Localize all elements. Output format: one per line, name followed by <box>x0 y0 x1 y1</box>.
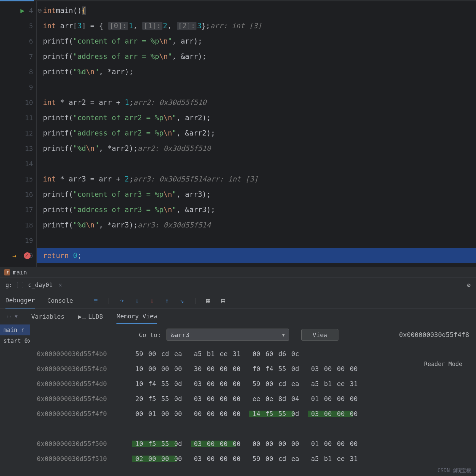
breadcrumb-fn: main <box>13 269 27 276</box>
goto-dropdown-icon[interactable]: ▾ <box>278 331 289 338</box>
tab-variables[interactable]: Variables <box>31 310 65 323</box>
function-icon: f <box>4 269 10 275</box>
memory-row[interactable] <box>37 421 469 436</box>
line-11[interactable]: 11 <box>0 110 36 125</box>
line-10[interactable]: 10 <box>0 95 36 110</box>
memory-panel: Go to: ▾ View 0x000000030d55f4f8 Reader … <box>30 324 476 476</box>
fold-icon[interactable]: ⊖ <box>37 6 42 15</box>
tool-window-header: g: c_day01 × ⚙ <box>0 277 476 292</box>
trace-icon[interactable]: ▤ <box>219 297 227 304</box>
line-14[interactable]: 14 <box>0 156 36 171</box>
run-icon[interactable]: ▶ <box>20 6 25 15</box>
tab-debugger[interactable]: Debugger <box>5 292 35 308</box>
line-9[interactable]: 9 <box>0 79 36 95</box>
tab-console[interactable]: Console <box>47 293 73 308</box>
code-editor: ▶4 5 6 7 8 9 10 11 12 13 14 15 16 17 18 … <box>0 1 476 267</box>
memory-row[interactable]: 0x000000030d55f4e020f5550d03000000ee0e8d… <box>37 391 469 406</box>
memory-row[interactable]: 0x000000030d55f4b05900cdeaa5b1ee310060d6… <box>37 346 469 361</box>
frame-start[interactable]: start 0x <box>0 335 30 346</box>
line-7[interactable]: 7 <box>0 49 36 64</box>
debugger-sub-tabs: ›› ▼ Variables ▶⎵LLDB Memory View <box>0 309 476 324</box>
view-button[interactable]: View <box>301 329 338 341</box>
evaluate-icon[interactable]: ▦ <box>204 297 212 304</box>
step-out-icon[interactable]: ↑ <box>163 297 171 304</box>
memory-grid[interactable]: Reader Mode 0x000000030d55f4b05900cdeaa5… <box>37 344 469 466</box>
run-to-cursor-icon[interactable]: ↘ <box>178 297 186 304</box>
debug-tool-window: g: c_day01 × ⚙ Debugger Console ≡ | ↷ ↓ … <box>0 277 476 476</box>
console-icon: ▶⎵ <box>78 313 85 320</box>
memory-row[interactable]: 0x000000030d55f4d010f4550d030000005900cd… <box>37 376 469 391</box>
frames-panel: main r start 0x <box>0 324 30 476</box>
line-17[interactable]: 17 <box>0 202 36 217</box>
threads-icon[interactable]: ≡ <box>92 297 100 304</box>
cursor-address: 0x000000030d55f4f8 <box>399 331 469 338</box>
line-4[interactable]: ▶4 <box>0 3 36 18</box>
frame-main[interactable]: main r <box>0 324 30 335</box>
breakpoint-icon[interactable] <box>24 252 31 259</box>
expand-icon[interactable]: ›› ▼ <box>6 314 18 319</box>
goto-input-wrapper: ▾ <box>166 329 289 341</box>
code[interactable]: ⊖int main() { int arr[3] = { [0]: 1, [1]… <box>37 1 476 267</box>
line-5[interactable]: 5 <box>0 18 36 33</box>
reader-mode-label[interactable]: Reader Mode <box>424 361 462 367</box>
debugger-tabs: Debugger Console ≡ | ↷ ↓ ↓ ↑ ↘ | ▦ ▤ <box>0 292 476 309</box>
line-20[interactable]: →20 <box>0 248 36 263</box>
line-13[interactable]: 13 <box>0 141 36 156</box>
memory-row[interactable]: 0x000000030d55f50010f5550d03000000000000… <box>37 436 469 451</box>
run-config-name[interactable]: c_day01 <box>28 282 52 288</box>
close-tab-icon[interactable]: × <box>59 282 62 288</box>
line-6[interactable]: 6 <box>0 33 36 49</box>
goto-input[interactable] <box>167 331 278 338</box>
line-16[interactable]: 16 <box>0 187 36 202</box>
line-12[interactable]: 12 <box>0 125 36 141</box>
step-over-icon[interactable]: ↷ <box>118 297 126 304</box>
settings-icon[interactable]: ⚙ <box>467 282 471 288</box>
memory-row[interactable]: 0x000000030d55f4f0000100000000000014f555… <box>37 406 469 421</box>
tab-memory-view[interactable]: Memory View <box>116 309 157 324</box>
line-19[interactable]: 19 <box>0 233 36 248</box>
tab-lldb[interactable]: ▶⎵LLDB <box>78 310 103 323</box>
memory-row[interactable]: 0x000000030d55f4c01000000030000000f0f455… <box>37 361 469 376</box>
line-18[interactable]: 18 <box>0 217 36 233</box>
breadcrumb[interactable]: f main <box>0 267 476 277</box>
memory-row[interactable]: 0x000000030d55f51002000000030000005900cd… <box>37 451 469 466</box>
step-into-icon[interactable]: ↓ <box>133 297 141 304</box>
run-config-icon <box>17 282 23 288</box>
line-8[interactable]: 8 <box>0 64 36 79</box>
goto-label: Go to: <box>139 331 161 338</box>
force-step-into-icon[interactable]: ↓ <box>148 297 156 304</box>
execution-arrow-icon: → <box>12 252 16 260</box>
gutter: ▶4 5 6 7 8 9 10 11 12 13 14 15 16 17 18 … <box>0 1 37 267</box>
line-15[interactable]: 15 <box>0 171 36 187</box>
tw-label: g: <box>5 282 12 288</box>
watermark: CSDN @顾宝根 <box>438 467 471 474</box>
